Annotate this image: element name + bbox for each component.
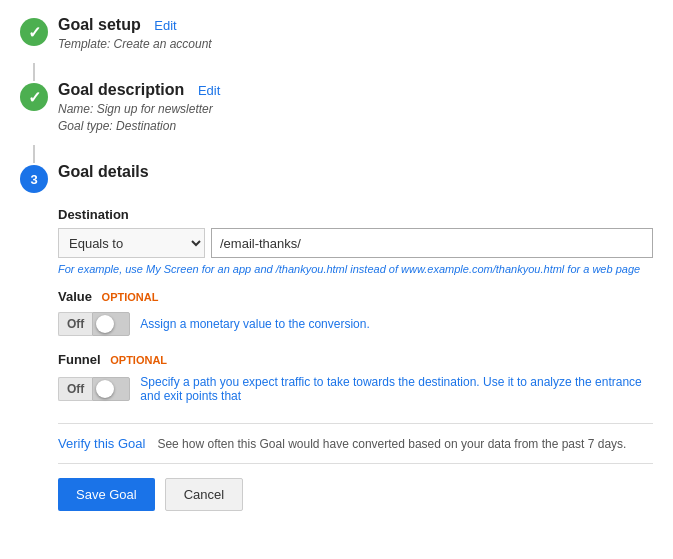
value-toggle-switch[interactable]	[92, 312, 130, 336]
step2-check-icon: ✓	[20, 83, 48, 111]
step2-subtitle-name: Name: Sign up for newsletter	[58, 102, 653, 116]
funnel-optional-label: OPTIONAL	[110, 354, 167, 366]
cancel-button[interactable]: Cancel	[165, 478, 243, 511]
step1-subtitle: Template: Create an account	[58, 37, 653, 51]
value-toggle-description: Assign a monetary value to the conversio…	[140, 317, 369, 331]
step1-edit-link[interactable]: Edit	[154, 18, 176, 33]
step1-content: Goal setup Edit Template: Create an acco…	[58, 16, 653, 51]
value-toggle-row: Off Assign a monetary value to the conve…	[58, 312, 653, 336]
value-toggle-off-label: Off	[58, 312, 92, 336]
step1-check-icon: ✓	[20, 18, 48, 46]
goal-details-body: Destination Equals to Begins with Regula…	[58, 207, 653, 511]
save-goal-button[interactable]: Save Goal	[58, 478, 155, 511]
destination-row: Equals to Begins with Regular expression	[58, 228, 653, 258]
step1-title: Goal setup	[58, 16, 141, 33]
value-field-label: Value OPTIONAL	[58, 289, 653, 304]
action-buttons: Save Goal Cancel	[58, 463, 653, 511]
step3-content: Goal details	[58, 163, 653, 181]
step3-number-icon: 3	[20, 165, 48, 193]
destination-dropdown[interactable]: Equals to Begins with Regular expression	[58, 228, 205, 258]
step3-title: Goal details	[58, 163, 149, 180]
step2-subtitle-type: Goal type: Destination	[58, 119, 653, 133]
destination-input[interactable]	[211, 228, 653, 258]
step2-content: Goal description Edit Name: Sign up for …	[58, 81, 653, 133]
step-connector-1	[33, 63, 35, 81]
step-connector-2	[33, 145, 35, 163]
value-toggle-group[interactable]: Off	[58, 312, 130, 336]
step2-row: ✓ Goal description Edit Name: Sign up fo…	[20, 81, 653, 133]
step3-row: 3 Goal details	[20, 163, 653, 193]
verify-goal-link[interactable]: Verify this Goal	[58, 436, 145, 451]
funnel-toggle-description: Specify a path you expect traffic to tak…	[140, 375, 653, 403]
verify-section: Verify this Goal See how often this Goal…	[58, 423, 653, 463]
funnel-toggle-off-label: Off	[58, 377, 92, 401]
funnel-toggle-switch[interactable]	[92, 377, 130, 401]
value-optional-label: OPTIONAL	[102, 291, 159, 303]
verify-description: See how often this Goal would have conve…	[157, 437, 626, 451]
funnel-toggle-row: Off Specify a path you expect traffic to…	[58, 375, 653, 403]
destination-label: Destination	[58, 207, 653, 222]
step1-row: ✓ Goal setup Edit Template: Create an ac…	[20, 16, 653, 51]
destination-hint: For example, use My Screen for an app an…	[58, 263, 653, 275]
funnel-field-label: Funnel OPTIONAL	[58, 352, 653, 367]
funnel-toggle-group[interactable]: Off	[58, 377, 130, 401]
step2-title: Goal description	[58, 81, 184, 98]
step2-edit-link[interactable]: Edit	[198, 83, 220, 98]
